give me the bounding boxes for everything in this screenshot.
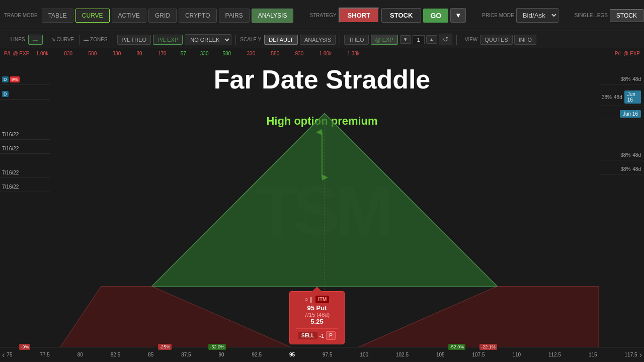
tab-analysis[interactable]: ANALYSIS <box>252 9 294 23</box>
flag-neg221: -22.1% <box>479 344 497 350</box>
tab-table[interactable]: TABLE <box>42 9 73 23</box>
x-95: 95 <box>289 352 295 357</box>
second-bar: — LINES — ∿ CURVE ▬ ZONES P/L THEO P/L E… <box>0 31 644 48</box>
right-row-5: 38% 48d <box>599 164 644 174</box>
left-date-4: 7/16/22 <box>2 146 19 151</box>
pl-theo-btn[interactable]: P/L THEO <box>117 35 151 45</box>
div1 <box>47 35 47 45</box>
left-date-6: 7/16/22 <box>2 184 19 190</box>
pl-val-11: -930 <box>291 51 305 56</box>
scale-down-btn[interactable]: ▼ <box>400 35 411 44</box>
x-775: 77.5 <box>40 352 49 357</box>
right-row-1: 38% 48d <box>599 74 644 84</box>
x-975: 97.5 <box>323 352 332 357</box>
tab-crypto[interactable]: CRYPTO <box>179 9 217 23</box>
x-100: 100 <box>360 352 368 357</box>
refresh-btn[interactable]: ↺ <box>439 34 452 45</box>
pl-val-12: -1.00k <box>315 51 334 56</box>
price-mode-section: PRICE MODE Bid/Ask Mid Natural <box>482 8 558 23</box>
x-axis-left-arrow[interactable]: ‹ <box>2 350 5 359</box>
card-icons: ○ ‖ <box>305 296 313 303</box>
right-pct-3: 38% <box>620 152 630 158</box>
right-row-3: Jun 16 <box>599 108 644 120</box>
strategy-short-btn[interactable]: SHORT <box>339 8 380 23</box>
pl-header: P/L @ EXP -1.00k -830 -580 -330 -80 -170… <box>0 48 644 59</box>
scale-up-btn[interactable]: ▲ <box>426 35 437 44</box>
div6 <box>456 35 457 45</box>
view-label: VIEW <box>465 37 478 42</box>
left-row-date-3: 7/16/22 <box>0 130 50 140</box>
leg-stock-btn[interactable]: STOCK <box>610 9 643 22</box>
put-badge: P <box>326 331 336 340</box>
price-mode-label: PRICE MODE <box>482 13 514 18</box>
pl-val-0: -1.00k <box>32 51 50 56</box>
curve-label: ∿ CURVE <box>51 37 74 42</box>
pl-exp-btn[interactable]: P/L EXP <box>153 35 183 45</box>
left-row-2: D <box>0 89 50 100</box>
go-button[interactable]: GO <box>423 9 448 23</box>
right-pct-2: 38% <box>602 95 612 100</box>
div2 <box>79 35 79 45</box>
at-exp-btn[interactable]: @ EXP <box>371 35 398 45</box>
pl-val-1: -830 <box>60 51 74 56</box>
x-75: 75 <box>7 352 12 357</box>
right-badge-1: Jun 16 <box>624 90 641 104</box>
x-115: 115 <box>589 352 597 357</box>
pl-val-9: -330 <box>243 51 257 56</box>
price-mode-select[interactable]: Bid/Ask Mid Natural <box>516 8 558 23</box>
right-days-2: 48d <box>614 95 622 100</box>
pl-val-10: -580 <box>267 51 281 56</box>
left-date-3: 7/16/22 <box>2 132 19 137</box>
sell-btn[interactable]: SELL <box>298 332 317 339</box>
pl-val-3: -330 <box>109 51 123 56</box>
scale-default-btn[interactable]: DEFAULT <box>264 35 298 45</box>
strategy-stock-btn[interactable]: STOCK <box>381 8 421 23</box>
scale-num-val: 1 <box>413 35 425 44</box>
tab-pairs[interactable]: PAIRS <box>219 9 250 23</box>
lines-label: — LINES <box>4 37 25 42</box>
x-axis-right-arrow[interactable]: › <box>639 350 642 359</box>
option-footer: SELL -1 P <box>296 328 338 340</box>
x-875: 87.5 <box>181 352 191 357</box>
option-card: ○ ‖ ITM 95 Put 7/15 (48d) 5.25 SELL -1 P <box>289 291 345 344</box>
left-row-date-5: 7/16/22 <box>0 168 50 178</box>
pl-val-8: 580 <box>220 51 233 56</box>
info-btn[interactable]: INFO <box>514 35 536 45</box>
theo-btn[interactable]: THEO <box>344 35 369 45</box>
x-110: 110 <box>512 352 521 357</box>
right-days-4: 48d <box>632 166 641 172</box>
flag-neg25: -25% <box>158 344 172 350</box>
greek-select[interactable]: NO GREEK DELTA GAMMA <box>185 34 231 45</box>
x-axis-bar: ‹ -9% -25% -52.0% -52.0% -22.1% 75 77.5 … <box>0 347 644 362</box>
flag-neg9: -9% <box>19 344 30 350</box>
left-d-badge-1: D <box>2 76 9 82</box>
quotes-btn[interactable]: QUOTES <box>480 35 512 45</box>
right-pct-4: 38% <box>620 166 630 172</box>
right-pct-1: 38% <box>620 76 630 82</box>
pl-val-4: -80 <box>133 51 144 56</box>
scale-analysis-btn[interactable]: ANALYSIS <box>300 35 336 45</box>
option-date: 7/15 (48d) <box>296 312 338 318</box>
x-925: 92.5 <box>252 352 262 357</box>
x-80: 80 <box>77 352 83 357</box>
strategy-label: STRATEGY <box>309 13 336 18</box>
tab-grid[interactable]: GRID <box>148 9 177 23</box>
lines-btn[interactable]: — <box>28 35 43 45</box>
tab-curve[interactable]: CURVE <box>75 9 110 23</box>
flag-neg52-right: -52.0% <box>448 344 466 350</box>
flag-neg52-left: -52.0% <box>208 344 226 350</box>
div5 <box>340 35 340 45</box>
div3 <box>113 35 113 45</box>
single-legs-label: SINGLE LEGS <box>575 13 608 18</box>
tab-active[interactable]: ACTIVE <box>112 9 146 23</box>
right-badge-2: Jun 16 <box>620 110 641 118</box>
pl-val-5: -170 <box>154 51 169 56</box>
pl-val-2: -580 <box>85 51 99 56</box>
x-825: 82.5 <box>111 352 120 357</box>
right-panel: 38% 48d 38% 48d Jun 16 Jun 16 38% 48d 38… <box>599 74 644 174</box>
x-axis-labels: -9% -25% -52.0% -52.0% -22.1% 75 77.5 80… <box>7 352 637 357</box>
strategy-dropdown[interactable]: ▼ <box>450 8 466 23</box>
scale-y-control: ▼ 1 ▲ ↺ <box>400 34 452 45</box>
x-85: 85 <box>148 352 153 357</box>
qty-val: -1 <box>319 333 325 339</box>
